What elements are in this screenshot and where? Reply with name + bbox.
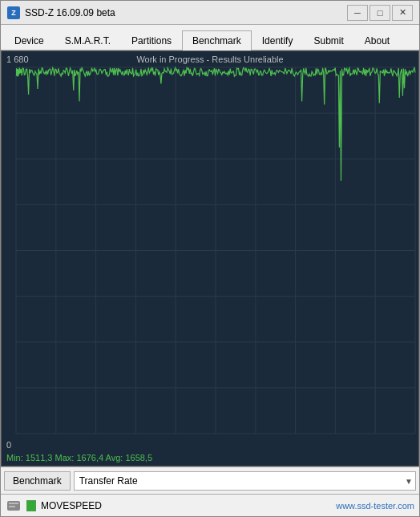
benchmark-button[interactable]: Benchmark <box>4 471 71 491</box>
svg-rect-22 <box>9 503 18 504</box>
tab-about[interactable]: About <box>354 30 400 50</box>
chart-min-label: 0 <box>6 440 11 450</box>
status-led <box>26 500 36 511</box>
title-bar: Z SSD-Z 16.09.09 beta ─ □ ✕ <box>1 1 419 25</box>
minimize-button[interactable]: ─ <box>347 5 368 21</box>
chart-stats: Min: 1511,3 Max: 1676,4 Avg: 1658,5 <box>6 453 152 462</box>
tab-submit[interactable]: Submit <box>303 30 353 50</box>
tab-device[interactable]: Device <box>4 30 55 50</box>
window-title: SSD-Z 16.09.09 beta <box>25 7 347 18</box>
website-url: www.ssd-tester.com <box>336 501 414 511</box>
maximize-button[interactable]: □ <box>370 5 390 21</box>
chart-area: 1 680 Work in Progress - Results Unrelia… <box>1 50 419 467</box>
app-icon: Z <box>7 6 20 19</box>
menu-bar: Device S.M.A.R.T. Partitions Benchmark I… <box>1 25 419 50</box>
main-window: Z SSD-Z 16.09.09 beta ─ □ ✕ Device S.M.A… <box>0 0 420 517</box>
bottom-bar: Benchmark Transfer Rate IOPS Latency ▼ <box>1 467 419 494</box>
tab-identify[interactable]: Identify <box>252 30 304 50</box>
status-bar: MOVESPEED www.ssd-tester.com <box>1 494 419 516</box>
close-button[interactable]: ✕ <box>392 5 413 21</box>
status-icon <box>6 498 22 514</box>
tab-benchmark[interactable]: Benchmark <box>182 30 252 50</box>
drive-icon <box>6 499 21 513</box>
chart-title: Work in Progress - Results Unreliable <box>136 55 283 64</box>
tab-smart[interactable]: S.M.A.R.T. <box>55 30 121 50</box>
window-controls: ─ □ ✕ <box>347 5 413 21</box>
transfer-rate-dropdown[interactable]: Transfer Rate IOPS Latency <box>74 471 416 491</box>
device-name: MOVESPEED <box>41 500 102 511</box>
dropdown-wrapper: Transfer Rate IOPS Latency ▼ <box>74 471 416 491</box>
chart-max-label: 1 680 <box>6 55 29 64</box>
svg-rect-23 <box>9 506 15 507</box>
tab-partitions[interactable]: Partitions <box>121 30 182 50</box>
chart-svg <box>2 51 418 466</box>
